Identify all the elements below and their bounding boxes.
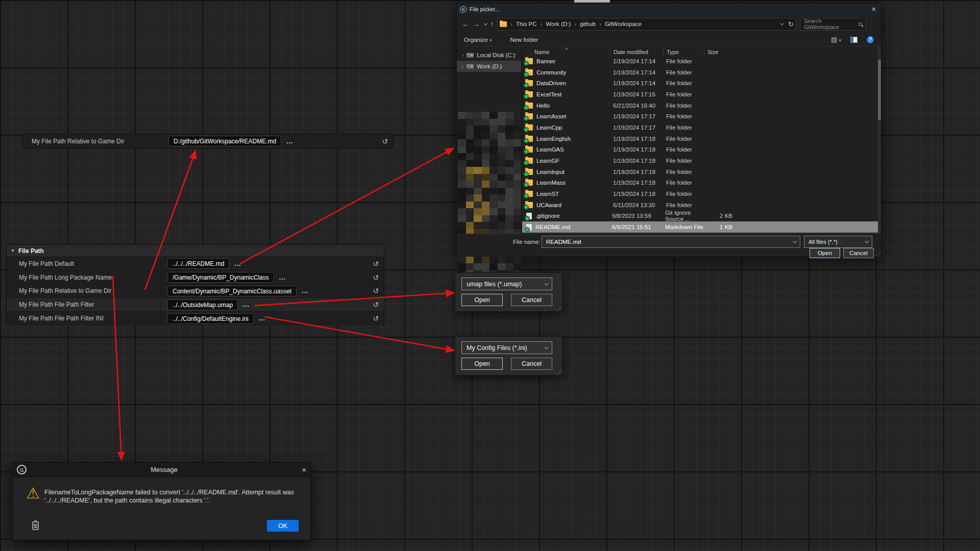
property-label: My File Path Relative to Game Dir [7,285,161,298]
section-title: File Path [18,247,44,255]
ok-button[interactable]: OK [267,520,299,532]
column-header-type[interactable]: Type [663,48,704,56]
open-button[interactable]: Open [810,248,840,258]
browse-ellipsis-button[interactable]: ... [302,287,308,294]
file-list-scrollbar[interactable] [878,46,881,234]
forward-icon[interactable]: → [473,20,480,28]
section-collapse-caret-icon[interactable]: ▼ [11,248,15,253]
file-list-row[interactable]: LearnInput 1/19/2024 17:18 File folder [522,166,878,178]
file-list-row[interactable]: Hello 6/21/2024 16:40 File folder [522,100,878,111]
search-input[interactable]: Search GitWorkspace [800,18,866,31]
file-type: File folder [666,80,710,86]
reset-to-default-icon[interactable]: ↺ [373,300,379,309]
file-type: File folder [666,124,710,131]
address-dropdown-chevron-icon[interactable] [780,21,784,25]
ini-filter-dropdown[interactable]: My Config Files (*.ini) [461,341,552,354]
browse-ellipsis-button[interactable]: ... [286,138,293,145]
reset-to-default-icon[interactable]: ↺ [373,260,379,268]
view-mode-button[interactable]: ▤ ▾ [831,36,841,43]
umap-filter-dropdown[interactable]: umap files (*.umap) [461,278,552,290]
file-path-section-header[interactable]: ▼ File Path [7,245,384,257]
file-name: LearnGAS [536,146,613,153]
file-date-modified: 9/8/2023 13:59 [612,213,665,219]
open-button[interactable]: Open [461,358,503,370]
scrollbar-thumb[interactable] [878,60,881,120]
property-label: My File Path Relative to Game Dir [22,138,168,145]
file-type-icon [525,69,533,76]
cancel-button[interactable]: Cancel [511,358,552,370]
browse-ellipsis-button[interactable]: ... [259,315,265,322]
file-list-row[interactable]: ExcelTest 1/19/2024 17:15 File folder [522,89,878,100]
property-value-box[interactable]: D:/github/GitWorkspace/README.md [168,136,281,146]
file-list-row[interactable]: LearnGF 1/19/2024 17:18 File folder [522,155,878,166]
resize-grip-icon[interactable]: ⋰ [557,370,562,375]
cancel-button[interactable]: Cancel [511,294,552,306]
address-bar[interactable]: › This PC › Work (D:) › github › GitWork… [497,18,796,31]
file-list-row[interactable]: .gitignore 9/8/2023 13:59 Git Ignore Sou… [522,211,878,222]
file-date-modified: 1/19/2024 17:18 [613,191,666,197]
search-placeholder: Search GitWorkspace [804,18,856,30]
cancel-button[interactable]: Cancel [843,248,874,258]
reset-to-default-icon[interactable]: ↺ [373,287,379,295]
organize-menu-button[interactable]: Organize ▾ [464,37,492,43]
up-icon[interactable]: ↑ [490,20,494,28]
file-name-input[interactable]: README.md [542,236,800,248]
file-list-row[interactable]: README.md 6/9/2021 15:51 Markdown File 1… [522,221,878,233]
unreal-logo-icon: u [460,6,467,13]
file-list-row[interactable]: Community 1/19/2024 17:14 File folder [522,67,878,78]
resize-grip-icon[interactable]: ⋰ [557,307,562,312]
picker-title-bar[interactable]: u File picker... × [457,4,881,15]
browse-ellipsis-button[interactable]: ... [243,301,250,308]
file-date-modified: 1/19/2024 17:17 [613,124,666,131]
property-value-box[interactable]: ../../OutsideMap.umap [167,299,238,310]
back-icon[interactable]: ← [462,20,469,28]
open-button[interactable]: Open [461,294,503,306]
file-list-row[interactable]: UCAward 6/11/2024 13:30 File folder [522,199,878,211]
sidebar-item-local-disk-c[interactable]: › Local Disk (C:) [457,49,521,61]
file-list-row[interactable]: LearnAsset 1/19/2024 17:17 File folder [522,111,878,122]
help-icon[interactable]: ? [867,36,874,43]
browse-ellipsis-button[interactable]: ... [234,260,241,267]
breadcrumb-this-pc[interactable]: This PC [516,21,537,27]
file-list-row[interactable]: LearnST 1/19/2024 17:18 File folder [522,188,878,199]
sidebar-item-work-d[interactable]: › Work (D:) [457,61,521,72]
copy-to-clipboard-icon[interactable] [32,521,39,530]
refresh-icon[interactable]: ↻ [788,20,794,28]
property-value-box[interactable]: ../../Config/DefaultEngine.ini [167,313,254,324]
preview-pane-icon[interactable] [850,37,857,43]
file-list-row[interactable]: LearnCpp 1/19/2024 17:17 File folder [522,122,878,133]
message-title-bar[interactable]: u Message × [13,463,310,477]
expand-chevron-icon[interactable]: › [462,53,463,58]
reset-to-default-icon[interactable]: ↺ [373,273,379,282]
column-header-size[interactable]: Size [704,48,738,56]
breadcrumb-gitworkspace[interactable]: GitWorkspace [605,21,642,27]
file-type-icon [525,169,533,175]
file-list-row[interactable]: LearnEnglish 1/19/2024 17:18 File folder [522,133,878,144]
file-type-filter-dropdown[interactable]: All files (*.*) [804,236,872,248]
resize-grip-icon[interactable]: ⋰ [876,252,881,257]
file-list-row[interactable]: DataDriven 1/19/2024 17:14 File folder [522,78,878,89]
new-folder-button[interactable]: New folder [510,37,538,43]
history-chevron-down-icon[interactable] [483,21,487,25]
property-value-box[interactable]: ../../../README.md [167,258,229,269]
close-icon[interactable]: × [870,6,878,13]
file-list-row[interactable]: LearnMass 1/19/2024 17:18 File folder [522,178,878,189]
browse-ellipsis-button[interactable]: ... [279,274,286,281]
dropdown-chevron-icon [544,345,548,349]
property-value-box[interactable]: Content/Dynamic/BP_DynamicClass.uasset [167,286,297,296]
reset-to-default-icon[interactable]: ↺ [373,314,379,322]
property-label: My File Path File Path Filter [7,298,161,311]
close-icon[interactable]: × [302,465,306,474]
reset-to-default-icon[interactable]: ↺ [382,137,388,145]
file-list-row[interactable]: LearnGAS 1/19/2024 17:18 File folder [522,144,878,156]
breadcrumb-github[interactable]: github [580,21,596,27]
file-date-modified: 6/9/2021 15:51 [612,224,665,230]
filter-value: umap files (*.umap) [467,281,522,288]
file-name-chevron-icon[interactable] [793,239,797,243]
search-icon[interactable] [859,22,862,26]
breadcrumb-work-d[interactable]: Work (D:) [546,21,571,27]
expand-chevron-icon[interactable]: › [462,64,463,69]
property-value-box[interactable]: /Game/Dynamic/BP_DynamicClass [167,272,274,283]
file-list-row[interactable]: Banner 1/19/2024 17:14 File folder [522,56,878,67]
column-header-date-modified[interactable]: Date modified [610,48,663,56]
